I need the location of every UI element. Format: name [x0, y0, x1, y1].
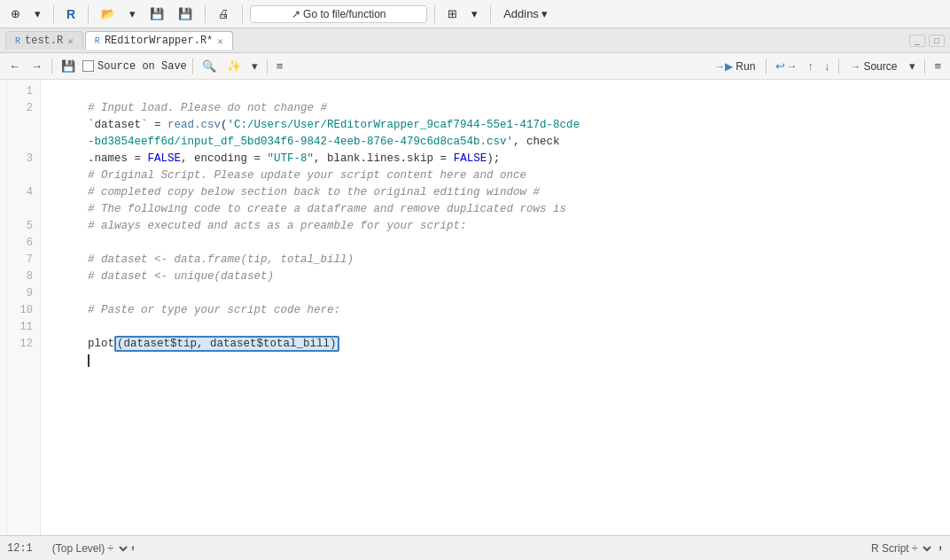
readcsv-fn: read.csv — [167, 119, 221, 131]
r-logo-button[interactable]: R — [61, 4, 81, 24]
down-button[interactable]: ↓ — [821, 58, 834, 74]
save-all-icon: 💾 — [178, 7, 192, 20]
script-type-select[interactable]: R Script ÷ — [866, 541, 934, 556]
code-line-6: # dataset <- data.frame(tip, total_bill) — [48, 235, 950, 252]
csv-path-2: -bd3854eeff6d/input_df_5bd034f6-9842-4ee… — [88, 136, 513, 148]
separator-2 — [88, 5, 89, 23]
go-to-icon: ↗ — [292, 8, 303, 20]
ln-5: 5 — [7, 218, 40, 235]
status-right: R Script ÷ ⬆ — [866, 541, 943, 556]
ln-4: 4 — [7, 184, 40, 201]
sep-src-3 — [267, 58, 268, 74]
save-source-button[interactable]: 💾 — [58, 58, 79, 74]
tab-test-r-label: test.R — [25, 35, 63, 47]
addins-label: Addins — [503, 7, 539, 20]
source-toolbar-right: →▶ Run ↩→ ↑ ↓ → Source ▾ ≡ — [709, 58, 945, 74]
sep-src-2 — [192, 58, 193, 74]
backtick-dataset: `dataset` = — [88, 119, 167, 131]
tab-reditor-close[interactable]: ✕ — [217, 35, 223, 47]
comment-3b: # completed copy below section back to t… — [88, 186, 540, 198]
grid-view-button[interactable]: ⊞ — [442, 4, 463, 23]
addins-button[interactable]: Addins ▾ — [498, 5, 553, 22]
run-label: Run — [736, 60, 755, 73]
paren-open: ( — [221, 119, 228, 131]
save-icon: 💾 — [150, 7, 164, 20]
new-file-icon: ⊕ — [11, 7, 20, 20]
go-to-function-button[interactable]: ↗ Go to file/function — [250, 5, 427, 23]
comma-2: , encoding = — [181, 152, 268, 165]
magic-button[interactable]: ✨ — [223, 58, 245, 74]
back-button[interactable]: ← — [5, 58, 24, 74]
save-all-button[interactable]: 💾 — [173, 4, 198, 23]
source-on-save-label: Source on Save — [97, 60, 187, 73]
sep-src-5 — [838, 58, 839, 74]
lines-button[interactable]: ≡ — [931, 58, 945, 74]
dropdown-src-button[interactable]: ▾ — [248, 58, 261, 74]
script-type-arrow: ⬆ — [938, 543, 943, 554]
comma-3: , blank.lines.skip = — [314, 152, 454, 165]
scope-select[interactable]: (Top Level) ÷ — [47, 541, 130, 556]
ln-1: 1 — [7, 83, 40, 100]
tab-reditor[interactable]: R REditorWrapper.R* ✕ — [85, 31, 233, 50]
top-toolbar: ⊕ ▾ R 📂 ▾ 💾 💾 🖨 ↗ Go to file/function ⊞ … — [0, 0, 950, 28]
comment-4a: # The following code to create a datafra… — [88, 203, 566, 215]
print-icon: 🖨 — [218, 7, 230, 20]
tab-test-r-close[interactable]: ✕ — [67, 35, 74, 47]
run-icon: →▶ — [714, 60, 733, 73]
search-button[interactable]: 🔍 — [199, 58, 220, 74]
addins-arrow: ▾ — [541, 7, 548, 20]
r-icon: R — [66, 7, 75, 21]
format-button[interactable]: ≡ — [273, 58, 287, 74]
false-2: FALSE — [454, 152, 487, 165]
code-line-1: # Input load. Please do not change # — [48, 83, 950, 100]
new-file-button[interactable]: ⊕ — [5, 4, 26, 23]
save-button[interactable]: 💾 — [144, 4, 169, 23]
editor-container: 1 2 3 4 5 6 7 8 9 10 11 12 # Input load.… — [0, 80, 950, 535]
maximize-pane-button[interactable]: □ — [929, 35, 945, 47]
sep-src-4 — [766, 58, 767, 74]
separator-4 — [242, 5, 243, 23]
comma-1: , check — [513, 136, 560, 148]
ln-9: 9 — [7, 285, 40, 302]
false-1: FALSE — [148, 152, 182, 165]
separator-6 — [490, 5, 491, 23]
tab-test-r[interactable]: R test.R ✕ — [5, 31, 83, 50]
cursor-position: 12:1 — [7, 542, 33, 555]
tab-bar: R test.R ✕ R REditorWrapper.R* ✕ _ □ — [0, 28, 950, 53]
forward-button[interactable]: → — [27, 58, 46, 74]
source-icon: → — [850, 60, 860, 73]
up-button[interactable]: ↑ — [804, 58, 817, 74]
code-editor[interactable]: # Input load. Please do not change # `da… — [41, 80, 950, 535]
text-cursor — [88, 354, 90, 367]
separator-5 — [434, 5, 435, 23]
utf8-string: "UTF-8" — [268, 152, 315, 165]
minimize-pane-button[interactable]: _ — [909, 35, 925, 47]
comment-4b: # always executed and acts as a preamble… — [88, 220, 467, 232]
open-button[interactable]: 📂 — [96, 4, 121, 23]
source-dropdown[interactable]: ▾ — [906, 58, 919, 74]
code-line-9: # Paste or type your script code here: — [48, 285, 950, 302]
run-button[interactable]: →▶ Run — [709, 58, 760, 74]
tab-window-controls: _ □ — [909, 35, 945, 47]
ln-10: 10 — [7, 302, 40, 319]
separator-1 — [53, 5, 54, 23]
open-dropdown[interactable]: ▾ — [124, 4, 141, 23]
ln-3-cont — [7, 167, 40, 184]
separator-3 — [205, 5, 206, 23]
ln-2-cont2 — [7, 134, 40, 151]
dropdown-button[interactable]: ▾ — [29, 4, 46, 23]
source-button[interactable]: → Source — [845, 58, 902, 74]
sep-src-1 — [51, 58, 52, 74]
open-icon: 📂 — [101, 7, 115, 20]
source-on-save-checkbox[interactable] — [82, 60, 94, 72]
print-button[interactable]: 🖨 — [213, 4, 235, 23]
re-run-button[interactable]: ↩→ — [772, 58, 800, 74]
comment-1: # Input load. Please do not change # — [88, 102, 327, 114]
scope-arrow: ⬆ — [130, 543, 136, 554]
csv-path-1: 'C:/Users/User/REditorWrapper_9caf7944-5… — [228, 119, 580, 131]
comment-7: # dataset <- unique(dataset) — [88, 270, 274, 283]
grid-dropdown[interactable]: ▾ — [466, 4, 483, 23]
comment-6: # dataset <- data.frame(tip, total_bill) — [88, 253, 354, 266]
names-param: .names = — [88, 152, 148, 165]
sep-src-6 — [924, 58, 925, 74]
